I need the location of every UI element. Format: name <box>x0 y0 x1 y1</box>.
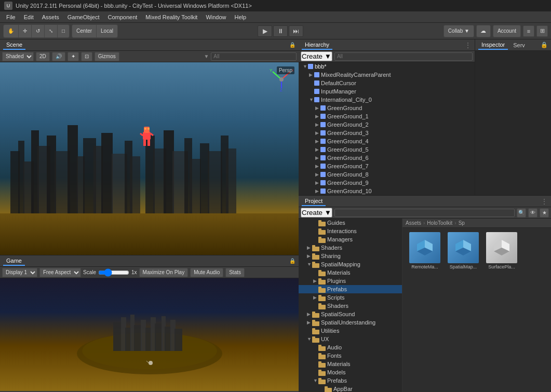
project-folder-item[interactable]: ▶SpatialUnderstanding <box>299 318 402 327</box>
pause-button[interactable]: ⏸ <box>273 25 288 37</box>
menu-mixed-reality[interactable]: Mixed Reality Toolkit <box>141 13 201 21</box>
menu-help[interactable]: Help <box>231 13 251 21</box>
project-folder-item[interactable]: Guides <box>299 219 402 227</box>
aspect-dropdown[interactable]: Free Aspect <box>39 268 81 277</box>
project-folder-item[interactable]: AppBar <box>299 385 402 392</box>
audio-toggle[interactable]: 🔊 <box>52 52 65 61</box>
hierarchy-item[interactable]: ▶GreenGround_5 <box>299 145 475 154</box>
tab-inspector[interactable]: Inspector <box>478 40 508 50</box>
mute-audio[interactable]: Mute Audio <box>190 268 223 277</box>
tab-hierarchy[interactable]: Hierarchy <box>302 40 332 50</box>
2d-button[interactable]: 2D <box>36 52 50 61</box>
project-folder-item[interactable]: ▶Scripts <box>299 293 402 302</box>
center-button[interactable]: Center <box>72 25 97 37</box>
inspector-lock[interactable]: 🔒 <box>541 42 548 48</box>
hierarchy-item[interactable]: DefaultCursor <box>299 79 475 87</box>
menu-window[interactable]: Window <box>201 13 230 21</box>
account-button[interactable]: Account <box>493 25 521 37</box>
hierarchy-item[interactable]: ▶GreenGround_4 <box>299 137 475 145</box>
shading-dropdown[interactable]: Shaded <box>2 52 34 61</box>
project-folder-item[interactable]: Prefabs <box>299 285 402 293</box>
gizmos-button[interactable]: Gizmos <box>95 52 119 61</box>
project-folder-item[interactable]: ▶Plugins <box>299 277 402 285</box>
collab-button[interactable]: Collab ▼ <box>444 25 474 37</box>
hierarchy-create-btn[interactable]: Create ▼ <box>301 51 332 61</box>
play-button[interactable]: ▶ <box>258 25 272 37</box>
eye-icon[interactable]: 👁 <box>528 208 537 218</box>
project-folder-item[interactable]: ▶Shaders <box>299 244 402 252</box>
breadcrumb-sp[interactable]: Sp <box>459 220 465 226</box>
breadcrumb-holotoolkit[interactable]: HoloToolkit <box>427 220 452 226</box>
hand-tool[interactable]: ✋ <box>4 25 19 37</box>
menu-edit[interactable]: Edit <box>20 13 38 21</box>
effects-toggle[interactable]: ✦ <box>68 52 79 61</box>
star-icon[interactable]: ★ <box>540 208 549 218</box>
hierarchy-item[interactable]: ▶MixedRealityCameraParent <box>299 71 475 79</box>
display-dropdown[interactable]: Display 1 <box>2 268 37 277</box>
project-folder-item[interactable]: ▶Sharing <box>299 252 402 260</box>
scale-slider[interactable] <box>98 269 129 276</box>
asset-item[interactable]: SurfacePla... <box>483 232 520 269</box>
tab-services[interactable]: Serv <box>510 41 528 49</box>
hierarchy-list[interactable]: ▼bbb*▶MixedRealityCameraParentDefaultCur… <box>299 62 475 195</box>
rotate-tool[interactable]: ↺ <box>32 25 45 37</box>
move-tool[interactable]: ✛ <box>19 25 32 37</box>
hierarchy-item[interactable]: ▼bbb* <box>299 62 475 71</box>
step-button[interactable]: ⏭ <box>289 25 303 37</box>
tab-game[interactable]: Game <box>3 256 25 266</box>
project-folder-item[interactable]: Materials <box>299 268 402 277</box>
project-folder-item[interactable]: Audio <box>299 343 402 352</box>
hierarchy-search[interactable] <box>334 52 473 61</box>
layers-button[interactable]: ≡ <box>523 25 534 37</box>
project-folder-item[interactable]: Models <box>299 368 402 376</box>
hierarchy-item[interactable]: ▼International_City_0 <box>299 96 475 104</box>
hierarchy-item[interactable]: ▶GreenGround_6 <box>299 154 475 162</box>
tab-scene[interactable]: Scene <box>3 40 25 50</box>
project-folder-item[interactable]: ▶SpatialSound <box>299 310 402 318</box>
scene-view-toggle[interactable]: ⊡ <box>81 52 92 61</box>
hierarchy-item[interactable]: ▶GreenGround_1 <box>299 112 475 120</box>
maximize-on-play[interactable]: Maximize On Play <box>139 268 189 277</box>
project-tree[interactable]: GuidesInteractionsManagers▶Shaders▶Shari… <box>299 219 402 392</box>
asset-item[interactable]: RemoteMa... <box>407 232 443 269</box>
project-menu[interactable]: ⋮ <box>541 197 548 206</box>
project-folder-item[interactable]: ▼Prefabs <box>299 376 402 385</box>
layout-button[interactable]: ⊞ <box>536 25 548 37</box>
project-folder-item[interactable]: Materials <box>299 360 402 368</box>
hierarchy-lock[interactable]: ⋮ <box>464 41 472 49</box>
hierarchy-item[interactable]: ▶GreenGround_7 <box>299 162 475 170</box>
menu-gameobject[interactable]: GameObject <box>63 13 104 21</box>
menu-assets[interactable]: Assets <box>38 13 63 21</box>
project-folder-item[interactable]: ▼UX <box>299 335 402 343</box>
project-folder-item[interactable]: Managers <box>299 235 402 244</box>
hierarchy-item-label: GreenGround_10 <box>327 188 372 194</box>
project-folder-item[interactable]: Fonts <box>299 352 402 360</box>
local-button[interactable]: Local <box>97 25 117 37</box>
asset-item[interactable]: SpatialMap... <box>445 232 481 269</box>
hierarchy-item[interactable]: InputManager <box>299 87 475 96</box>
hierarchy-item[interactable]: ▶GreenGround_9 <box>299 179 475 187</box>
project-folder-item[interactable]: Interactions <box>299 227 402 235</box>
project-folder-item[interactable]: Utilities <box>299 327 402 335</box>
hierarchy-item[interactable]: ▶GreenGround_3 <box>299 129 475 137</box>
hierarchy-item[interactable]: ▶GreenGround_10 <box>299 187 475 195</box>
cloud-button[interactable]: ☁ <box>476 25 491 37</box>
menu-component[interactable]: Component <box>103 13 141 21</box>
project-folder-item[interactable]: Shaders <box>299 302 402 310</box>
breadcrumb-assets[interactable]: Assets <box>406 220 421 226</box>
hierarchy-item[interactable]: ▶GreenGround_2 <box>299 120 475 129</box>
scene-search[interactable] <box>211 52 297 61</box>
scale-tool[interactable]: ⤡ <box>45 25 58 37</box>
menu-file[interactable]: File <box>2 13 20 21</box>
rect-tool[interactable]: □ <box>58 25 69 37</box>
hierarchy-item-icon <box>320 147 326 152</box>
tab-project[interactable]: Project <box>302 197 326 206</box>
hierarchy-item[interactable]: ▶GreenGround <box>299 104 475 112</box>
asset-label: RemoteMa... <box>411 264 438 269</box>
search-icon[interactable]: 🔍 <box>517 208 526 218</box>
project-folder-item[interactable]: ▼SpatialMapping <box>299 260 402 268</box>
project-search[interactable] <box>334 209 515 217</box>
project-create-btn[interactable]: Create ▼ <box>301 208 332 218</box>
hierarchy-item[interactable]: ▶GreenGround_8 <box>299 170 475 179</box>
stats-button[interactable]: Stats <box>225 268 245 277</box>
